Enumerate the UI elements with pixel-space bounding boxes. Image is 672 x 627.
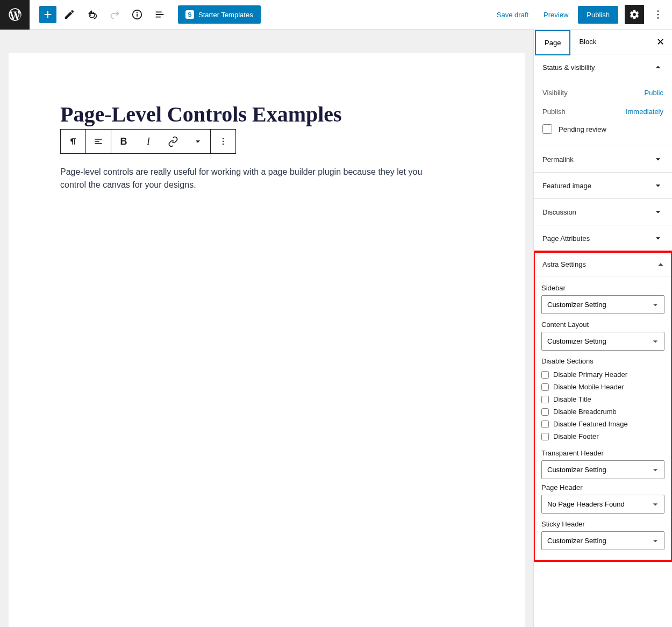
- panel-status-title: Status & visibility: [542, 63, 595, 72]
- panel-featured-image-title: Featured image: [542, 182, 591, 190]
- pending-review-label: Pending review: [559, 125, 606, 133]
- add-block-button[interactable]: [39, 6, 56, 23]
- block-options-button[interactable]: [211, 130, 235, 153]
- panel-discussion-header[interactable]: Discussion: [534, 199, 672, 225]
- visibility-row: Visibility Public: [542, 83, 663, 102]
- panel-permalink-header[interactable]: Permalink: [534, 146, 672, 172]
- collapse-icon: [658, 263, 663, 266]
- panel-discussion: Discussion: [534, 199, 672, 225]
- disable-mobile-header-label: Disable Mobile Header: [553, 383, 624, 391]
- starter-templates-button[interactable]: S Starter Templates: [178, 5, 261, 24]
- astra-content-layout-label: Content Layout: [541, 320, 664, 329]
- pending-review-checkbox[interactable]: [542, 124, 552, 134]
- astra-transparent-header-label: Transparent Header: [541, 449, 664, 457]
- publish-button[interactable]: Publish: [578, 6, 618, 24]
- panel-permalink-title: Permalink: [542, 155, 574, 163]
- disable-featured-image-row: Disable Featured Image: [541, 418, 664, 430]
- publish-value[interactable]: Immediately: [626, 108, 663, 116]
- plus-icon: [42, 9, 54, 20]
- disable-footer-checkbox[interactable]: [541, 433, 549, 440]
- info-button[interactable]: [127, 5, 147, 24]
- chevron-up-icon: [653, 62, 663, 73]
- disable-featured-image-label: Disable Featured Image: [553, 420, 628, 428]
- disable-primary-header-checkbox[interactable]: [541, 371, 549, 379]
- panel-status-visibility: Status & visibility Visibility Public Pu…: [534, 54, 672, 146]
- disable-mobile-header-checkbox[interactable]: [541, 383, 549, 391]
- link-button[interactable]: [161, 130, 185, 153]
- undo-button[interactable]: [82, 5, 102, 24]
- redo-button[interactable]: [105, 5, 124, 24]
- chevron-down-icon: [192, 136, 203, 147]
- astra-header[interactable]: Astra Settings: [535, 253, 671, 276]
- panel-status-body: Visibility Public Publish Immediately Pe…: [534, 80, 672, 146]
- astra-sticky-header-select[interactable]: Customizer Setting: [541, 531, 664, 550]
- list-icon: [154, 9, 166, 20]
- chevron-down-icon: [653, 154, 663, 165]
- paragraph-block[interactable]: Page-level controls are really useful fo…: [60, 166, 426, 191]
- save-draft-button[interactable]: Save draft: [491, 6, 534, 23]
- astra-title: Astra Settings: [542, 260, 586, 268]
- panel-status-header[interactable]: Status & visibility: [534, 54, 672, 80]
- svg-point-7: [223, 141, 224, 142]
- disable-mobile-header-row: Disable Mobile Header: [541, 381, 664, 393]
- page-title[interactable]: Page-Level Controls Examples: [60, 102, 482, 127]
- tab-block[interactable]: Block: [570, 30, 605, 53]
- align-icon: [93, 136, 104, 147]
- svg-point-3: [657, 10, 659, 12]
- disable-footer-row: Disable Footer: [541, 430, 664, 443]
- disable-featured-image-checkbox[interactable]: [541, 421, 549, 428]
- options-button[interactable]: [648, 5, 668, 24]
- bold-button[interactable]: B: [111, 130, 136, 153]
- main-layout: Page-Level Controls Examples B I: [0, 30, 672, 627]
- disable-primary-header-label: Disable Primary Header: [553, 370, 627, 379]
- disable-primary-header-row: Disable Primary Header: [541, 368, 664, 381]
- toolbar-right: Save draft Preview Publish: [491, 5, 668, 24]
- wordpress-logo[interactable]: [0, 0, 30, 30]
- more-formatting-button[interactable]: [185, 130, 210, 153]
- panel-page-attributes-header[interactable]: Page Attributes: [534, 225, 672, 251]
- paragraph-icon: [68, 136, 78, 147]
- edit-mode-button[interactable]: [60, 5, 79, 24]
- svg-point-4: [657, 14, 659, 16]
- visibility-label: Visibility: [542, 89, 568, 97]
- editor-canvas[interactable]: Page-Level Controls Examples B I: [9, 53, 525, 627]
- chevron-down-icon: [653, 233, 663, 244]
- disable-title-row: Disable Title: [541, 393, 664, 405]
- pencil-icon: [63, 9, 75, 20]
- astra-content-layout-select[interactable]: Customizer Setting: [541, 332, 664, 351]
- disable-breadcrumb-checkbox[interactable]: [541, 408, 549, 416]
- list-view-button[interactable]: [150, 5, 169, 24]
- redo-icon: [109, 9, 120, 20]
- astra-sticky-header-label: Sticky Header: [541, 520, 664, 528]
- align-button[interactable]: [86, 130, 111, 153]
- block-type-button[interactable]: [61, 130, 85, 153]
- astra-page-header-select[interactable]: No Page Headers Found: [541, 495, 664, 514]
- panel-featured-image-header[interactable]: Featured image: [534, 173, 672, 198]
- gear-icon: [629, 9, 640, 20]
- link-icon: [168, 136, 178, 147]
- publish-label: Publish: [542, 108, 566, 116]
- astra-disable-sections-group: Disable Primary Header Disable Mobile He…: [541, 368, 664, 443]
- astra-disable-sections-label: Disable Sections: [541, 357, 664, 365]
- astra-transparent-header-select[interactable]: Customizer Setting: [541, 460, 664, 479]
- panel-discussion-title: Discussion: [542, 208, 576, 216]
- disable-title-checkbox[interactable]: [541, 396, 549, 403]
- sidebar-tabs: Page Block ✕: [534, 30, 672, 54]
- canvas-area: Page-Level Controls Examples B I: [0, 30, 533, 627]
- toolbar-left: S Starter Templates: [39, 5, 261, 24]
- italic-button[interactable]: I: [136, 130, 161, 153]
- preview-button[interactable]: Preview: [538, 6, 574, 23]
- starter-icon: S: [185, 10, 194, 19]
- panel-page-attributes: Page Attributes: [534, 225, 672, 252]
- svg-point-5: [657, 17, 659, 19]
- undo-icon: [86, 9, 98, 20]
- publish-row: Publish Immediately: [542, 102, 663, 121]
- astra-sidebar-select[interactable]: Customizer Setting: [541, 295, 664, 314]
- top-toolbar: S Starter Templates Save draft Preview P…: [0, 0, 672, 30]
- visibility-value[interactable]: Public: [645, 89, 663, 97]
- settings-button[interactable]: [625, 5, 644, 24]
- close-sidebar-button[interactable]: ✕: [653, 36, 672, 48]
- tab-page[interactable]: Page: [535, 30, 570, 55]
- disable-breadcrumb-label: Disable Breadcrumb: [553, 408, 617, 416]
- astra-body: Sidebar Customizer Setting Content Layou…: [535, 276, 671, 560]
